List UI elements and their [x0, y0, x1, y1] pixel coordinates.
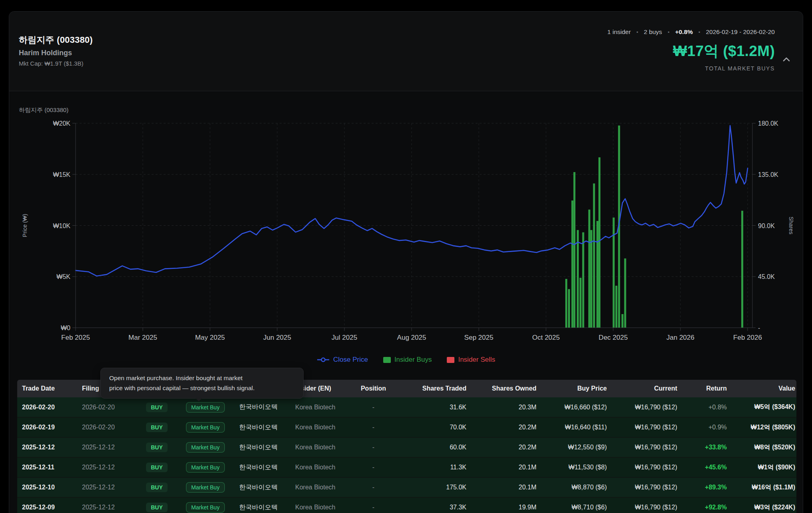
summary-stat: 2026-02-19 - 2026-02-20	[706, 28, 775, 36]
x-tick-label: Aug 2025	[397, 334, 426, 341]
cell-buy-price: ₩11,530 ($8)	[538, 457, 608, 477]
y-tick-label-left: ₩20K	[53, 120, 70, 127]
cell-value: ₩3억 ($224K)	[728, 497, 796, 513]
square-marker-icon	[383, 357, 391, 363]
cell-insider-kr: 한국바이오텍	[234, 457, 290, 477]
cell-shares-owned: 20.2M	[468, 437, 538, 457]
insider-trade-bar	[598, 157, 600, 328]
cell-return: +89.3%	[678, 477, 728, 497]
market-buy-badge[interactable]: Market Buy	[186, 442, 225, 453]
cell-trade-date: 2026-02-20	[17, 397, 77, 417]
cell-value: ₩5억 ($364K)	[728, 397, 796, 417]
cell-trade-date: 2025-12-10	[17, 477, 77, 497]
line-circle-marker-icon	[317, 357, 330, 363]
cell-insider-kr: 한국바이오텍	[234, 397, 290, 417]
chevron-up-icon[interactable]	[781, 56, 792, 64]
price-volume-chart: 하림지주 (003380)₩0₩5K₩10K₩15K₩20K-45.0K90.0…	[9, 91, 803, 349]
cell-trade-type: Market Buy	[176, 457, 234, 477]
cell-insider-en: Korea Biotech	[290, 437, 346, 457]
cell-shares-traded: 31.6K	[400, 397, 468, 417]
table-row[interactable]: 2026-02-202026-02-20BUYMarket Buy한국바이오텍K…	[17, 397, 796, 417]
cell-filing-date: 2025-12-12	[77, 477, 137, 497]
cell-shares-traded: 70.0K	[400, 417, 468, 437]
table-row[interactable]: 2025-12-102025-12-12BUYMarket Buy한국바이오텍K…	[17, 477, 796, 497]
table-row[interactable]: 2025-12-112025-12-12BUYMarket Buy한국바이오텍K…	[17, 457, 796, 477]
column-header-shares-traded[interactable]: Shares Traded	[400, 380, 468, 397]
cell-type: BUY	[137, 477, 176, 497]
column-header-return[interactable]: Return	[678, 380, 728, 397]
cell-position: -	[346, 417, 400, 437]
summary-stat: 2 buys	[644, 28, 662, 36]
cell-insider-en: Korea Biotech	[290, 497, 346, 513]
market-buy-badge[interactable]: Market Buy	[186, 402, 225, 413]
stat-separator-dot: •	[698, 29, 700, 35]
insider-trade-bar	[588, 210, 590, 328]
legend-item-insider-buys[interactable]: Insider Buys	[383, 356, 432, 364]
cell-current: ₩16,790 ($12)	[608, 477, 678, 497]
column-header-shares-owned[interactable]: Shares Owned	[468, 380, 538, 397]
market-buy-badge[interactable]: Market Buy	[186, 482, 225, 493]
cell-insider-en: Korea Biotech	[290, 477, 346, 497]
column-header-position[interactable]: Position	[346, 380, 400, 397]
cell-return: +33.8%	[678, 437, 728, 457]
trades-table: Trade DateFiling DateInsider (EN)Positio…	[17, 380, 796, 513]
square-marker-icon	[447, 357, 454, 363]
cell-shares-owned: 20.3M	[468, 397, 538, 417]
table-row[interactable]: 2026-02-192026-02-20BUYMarket Buy한국바이오텍K…	[17, 417, 796, 437]
left-axis-title: Price (₩)	[22, 214, 28, 237]
legend-item-insider-sells[interactable]: Insider Sells	[447, 356, 495, 364]
insider-trade-bar	[574, 172, 576, 328]
y-tick-label-left: ₩10K	[53, 222, 70, 229]
insider-trade-bar	[565, 279, 567, 328]
market-buy-badge[interactable]: Market Buy	[186, 462, 225, 473]
summary-block: 1 insider•2 buys•+0.8%•2026-02-19 - 2026…	[607, 28, 775, 72]
market-buy-badge[interactable]: Market Buy	[186, 502, 225, 513]
buy-type-badge: BUY	[146, 423, 168, 432]
column-header-buy-price[interactable]: Buy Price	[538, 380, 608, 397]
tooltip-arrow	[195, 398, 202, 401]
column-header-value[interactable]: Value	[728, 380, 796, 397]
cell-type: BUY	[137, 417, 176, 437]
insider-trade-bar	[741, 211, 743, 328]
x-tick-label: May 2025	[195, 334, 225, 341]
cell-insider-en: Korea Biotech	[290, 397, 346, 417]
cell-type: BUY	[137, 437, 176, 457]
buy-type-badge: BUY	[146, 443, 168, 452]
cell-return: +92.8%	[678, 497, 728, 513]
insider-trade-bar	[624, 259, 626, 328]
cell-buy-price: ₩16,660 ($12)	[538, 397, 608, 417]
y-tick-label-right: -	[758, 325, 760, 331]
table-row[interactable]: 2025-12-092025-12-12BUYMarket Buy한국바이오텍K…	[17, 497, 796, 513]
stat-separator-dot: •	[668, 29, 670, 35]
insider-trade-bar	[615, 286, 617, 328]
cell-shares-traded: 60.0K	[400, 437, 468, 457]
legend-item-close-price[interactable]: Close Price	[317, 356, 368, 364]
cell-value: ₩12억 ($805K)	[728, 417, 796, 437]
legend-label: Close Price	[333, 356, 368, 364]
cell-trade-type: Market Buy	[176, 497, 234, 513]
column-header-trade-date[interactable]: Trade Date	[17, 380, 77, 397]
cell-insider-en: Korea Biotech	[290, 457, 346, 477]
cell-trade-date: 2025-12-11	[17, 457, 77, 477]
table-row[interactable]: 2025-12-122025-12-12BUYMarket Buy한국바이오텍K…	[17, 437, 796, 457]
cell-position: -	[346, 397, 400, 417]
cell-position: -	[346, 497, 400, 513]
column-header-current[interactable]: Current	[608, 380, 678, 397]
summary-stat: +0.8%	[675, 28, 693, 36]
cell-insider-kr: 한국바이오텍	[234, 497, 290, 513]
summary-stat: 1 insider	[607, 28, 631, 36]
cell-return: +0.8%	[678, 397, 728, 417]
table-body: 2026-02-202026-02-20BUYMarket Buy한국바이오텍K…	[17, 397, 796, 513]
stock-identity: 하림지주 (003380) Harim Holdings Mkt Cap: ₩1…	[19, 34, 93, 67]
cell-type: BUY	[137, 497, 176, 513]
cell-return: +45.6%	[678, 457, 728, 477]
cell-shares-owned: 20.1M	[468, 477, 538, 497]
cell-position: -	[346, 477, 400, 497]
trades-table-container: Trade DateFiling DateInsider (EN)Positio…	[17, 380, 796, 513]
x-tick-label: Sep 2025	[464, 334, 494, 341]
market-buy-badge[interactable]: Market Buy	[186, 422, 225, 433]
cell-current: ₩16,790 ($12)	[608, 397, 678, 417]
x-tick-label: Dec 2025	[599, 334, 628, 341]
cell-buy-price: ₩8,870 ($6)	[538, 477, 608, 497]
cell-shares-traded: 37.3K	[400, 497, 468, 513]
